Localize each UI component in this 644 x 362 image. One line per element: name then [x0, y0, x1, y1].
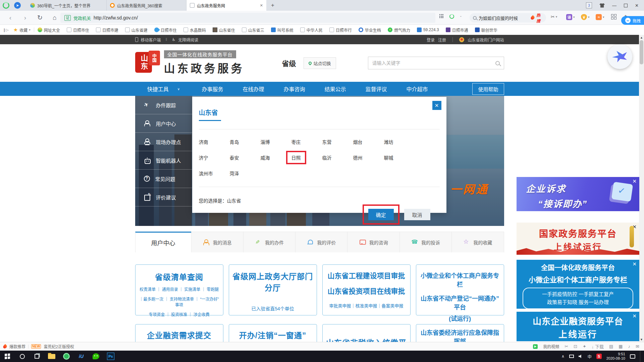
card-nontax[interactable]: 山东省非税收入统缴平台 — [322, 324, 411, 342]
forward-button[interactable]: › — [21, 14, 30, 21]
quick-tools-menu-item[interactable]: 智能机器人 — [135, 151, 192, 170]
card-links-line[interactable]: 权责清单 ｜ 通用目录 ｜ 实施清单 ｜ 零跑腿 — [138, 286, 220, 292]
site-switch-button[interactable]: 站点切换 — [304, 57, 336, 69]
screenshot-scissors-icon[interactable]: ✂▾ — [551, 14, 557, 19]
volume-tray-icon[interactable] — [579, 355, 583, 358]
status-tool-icon[interactable]: ✦ — [583, 344, 586, 349]
card-title[interactable]: 山东省不动产登记“一网通办”平台 — [419, 294, 501, 311]
card-one-window[interactable]: 开办/注销“一窗通” — [229, 324, 317, 342]
dialog-close-button[interactable]: ✕ — [432, 101, 441, 110]
wallet-shield-icon[interactable]: ￥▾ — [581, 14, 590, 20]
gov-portal-link[interactable]: 山东省政府门户网站 — [468, 37, 504, 43]
bookmark-item[interactable]: 水晶数码 — [183, 27, 206, 33]
accessible-reading-link[interactable]: 无障碍阅读 — [178, 37, 198, 43]
browser-nav-icon[interactable]: ➤ — [14, 2, 21, 9]
status-tool-icons[interactable]: ✂ — [565, 344, 568, 349]
hot-search-label[interactable]: 热搜 — [536, 12, 543, 23]
city-option[interactable]: 聊城 — [384, 154, 393, 161]
user-center-tab[interactable]: 我的评价 — [295, 232, 347, 252]
url-text[interactable]: http://zwfw.sd.gov.cn/ — [94, 15, 138, 20]
hot-pick-label[interactable]: 爆款推荐 — [9, 344, 25, 349]
card-list-lookup[interactable]: 省级清单查阅 权责清单 ｜ 通用目录 ｜ 实施清单 ｜ 零跑腿 ｜最多跑一次 ｜… — [135, 264, 223, 315]
nav-item[interactable]: 办事咨询 — [274, 85, 315, 93]
banner-close-icon[interactable]: ✕ — [632, 178, 637, 184]
ime-indicator[interactable]: 中 — [588, 354, 592, 359]
card-links-line[interactable]: ｜最多跑一次 ｜ 支持物流清单 ｜ “一次办好”事项 — [138, 296, 220, 307]
task-view-icon[interactable] — [30, 351, 44, 362]
download-icon[interactable]: ↓ 下载 — [592, 343, 604, 350]
my-video-label[interactable]: 我的视频 — [543, 344, 559, 349]
bookmark-item[interactable]: 叫号系统 — [271, 27, 293, 33]
address-bar[interactable]: 证 党政机关 http://zwfw.sd.gov.cn/ — [60, 13, 435, 23]
page-scrollbar[interactable]: ▲ ▼ — [639, 35, 644, 342]
bookmark-item[interactable]: 山东省建 — [125, 27, 148, 33]
user-center-tab[interactable]: 我的消息 — [191, 232, 243, 252]
scroll-up-arrow[interactable]: ▲ — [639, 35, 644, 40]
nav-item[interactable]: 中介超市 — [397, 85, 438, 93]
download-assistant-float-icon[interactable] — [607, 44, 632, 69]
nav-item[interactable]: 在线办理 — [233, 85, 274, 93]
confirm-button[interactable]: 确定 — [368, 209, 394, 220]
nav-item[interactable]: 办事服务 — [192, 85, 233, 93]
bookmark-item[interactable]: 日照市建 — [96, 27, 118, 33]
bookmark-item[interactable]: 日照市行 — [329, 27, 352, 33]
status-tool-icon[interactable]: ▤ — [609, 344, 613, 349]
browser-tab[interactable]: 360导航_一个主页，整个世界 ✕ — [27, 0, 107, 11]
city-option[interactable]: 潍坊 — [384, 138, 393, 145]
user-center-tab[interactable]: 我的收藏 — [451, 232, 503, 252]
site-search-box[interactable] — [368, 57, 504, 69]
card-title[interactable]: 企业融资需求提交 — [138, 329, 220, 341]
card-links-line[interactable]: 专项资金 ｜ 投资核准 ｜ 涉企收费 — [138, 311, 220, 317]
user-center-tab[interactable]: 我的办件 — [243, 232, 295, 252]
city-option[interactable]: 德州 — [353, 154, 363, 161]
bookmark-item[interactable]: 山东省住 — [213, 27, 235, 33]
favorites-star-icon[interactable]: ★ — [13, 27, 18, 33]
cancel-button[interactable]: 取消 — [404, 209, 430, 220]
city-option[interactable]: 淄博 — [261, 138, 270, 145]
quick-tools-menu-item[interactable]: 用户中心 — [135, 114, 192, 133]
city-option[interactable]: 滨州市 — [199, 170, 213, 177]
refresh-button[interactable]: ↻ — [36, 14, 44, 21]
taskbar-clock[interactable]: 9:51 2020-08-10 — [606, 352, 625, 361]
browser-360-icon[interactable] — [59, 351, 74, 362]
wechat-icon[interactable] — [89, 351, 103, 362]
bookmark-item[interactable]: 毕业生档 — [359, 27, 381, 33]
bookmark-item[interactable]: 燃气热力 — [388, 27, 410, 33]
close-button[interactable]: ✕ — [635, 3, 639, 8]
nav-quick-tools[interactable]: 快捷工具 ∨ — [135, 85, 192, 93]
card-title[interactable]: 山东省非税收入统缴平台 — [325, 337, 408, 342]
card-title[interactable]: 山东省工程建设项目审批 — [325, 270, 408, 280]
browser-logo-icon[interactable] — [3, 2, 9, 9]
city-option[interactable]: 枣庄 — [291, 138, 301, 145]
bookmark-item[interactable]: 日照市住 — [67, 27, 89, 33]
bookmark-item[interactable]: 日照市通 — [446, 27, 468, 33]
minimize-button[interactable]: — — [612, 3, 616, 8]
favorites-label[interactable]: 收藏 — [19, 27, 28, 33]
banner-small-business-platform[interactable]: ✕ 全国一体化政务服务平台 小微企业和个体工商户服务专栏 一手抓疫情防控 一手抓… — [517, 260, 639, 309]
cortana-search-icon[interactable] — [15, 351, 30, 362]
site-search-input[interactable] — [372, 60, 495, 66]
home-button[interactable]: ⌂ — [50, 14, 59, 21]
file-explorer-icon[interactable] — [44, 351, 59, 362]
toolbar-search-input[interactable] — [479, 15, 529, 20]
banner-financing-platform[interactable]: ✕ 山东企业融资服务平台 上线运行 — [517, 312, 639, 341]
sogou-tray-icon[interactable]: S — [596, 354, 602, 359]
bookmark-item[interactable]: 联创世华 — [475, 27, 497, 33]
status-tool-icon[interactable]: ▦ — [619, 344, 623, 349]
city-option[interactable]: 烟台 — [353, 138, 363, 145]
back-button[interactable]: ‹ — [6, 14, 15, 21]
mode-chevron-icon[interactable]: ⌄ — [460, 14, 462, 17]
netdisk-drag-tip[interactable]: ∞ 拖拽 — [621, 16, 644, 25]
card-title[interactable]: 开办/注销“一窗通” — [232, 329, 314, 341]
display-tray-icon[interactable] — [569, 355, 574, 358]
scroll-down-arrow[interactable]: ▼ — [639, 337, 644, 342]
card-links-line[interactable]: 审批类申报｜核准类申报｜备案类申报 — [325, 302, 408, 309]
card-policy-info[interactable]: 山东省委经济运行应急保障指挥部 办公室政策信息发布和问题诉求反 — [416, 324, 504, 342]
user-center-tab[interactable]: 我的咨询 — [347, 232, 399, 252]
card-title[interactable]: 省级清单查阅 — [138, 271, 220, 282]
tab-close-icon[interactable]: ✕ — [260, 3, 263, 8]
tab-count-badge[interactable]: 3 — [586, 2, 592, 8]
favorites-chevron-icon[interactable]: ▾ — [29, 28, 31, 32]
game-center-icon[interactable]: ≈▾ — [596, 14, 604, 20]
bookmark-item[interactable]: 网址大全 — [38, 27, 60, 33]
